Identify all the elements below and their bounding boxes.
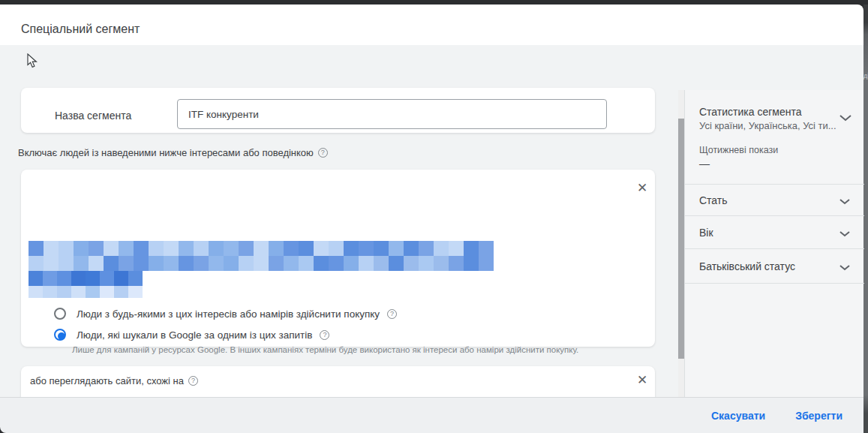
search-terms-redaction-cell — [128, 286, 143, 298]
search-terms-redaction-cell — [71, 286, 86, 298]
sidebar-divider — [685, 215, 864, 216]
weekly-impressions-value: — — [699, 158, 710, 170]
chevron-down-icon[interactable] — [839, 113, 852, 124]
search-terms-redaction-cell — [344, 241, 359, 256]
include-description-text: Включає людей із наведеними нижче інтере… — [18, 147, 314, 158]
search-terms-redaction-cell — [389, 256, 404, 271]
help-icon[interactable]: ? — [387, 309, 397, 319]
search-terms-redaction-cell — [29, 271, 43, 286]
radio-interests-label: Люди з будь-якими з цих інтересів або на… — [77, 308, 380, 320]
search-terms-redaction-cell — [86, 271, 100, 286]
close-icon[interactable]: ✕ — [634, 372, 650, 389]
search-terms-redaction-cell — [29, 256, 44, 271]
search-terms-redaction-cell — [59, 241, 74, 256]
search-terms-redaction-cell — [329, 256, 344, 271]
radio-search-terms-hint: Лише для кампаній у ресурсах Google. В і… — [72, 345, 578, 354]
search-terms-redaction-cell — [314, 241, 329, 256]
similar-sites-title: або переглядають сайти, схожі на — [30, 375, 184, 386]
custom-segment-dialog: ді Спеціальний сегмент Назва сегмента Вк… — [0, 0, 868, 433]
chevron-down-icon[interactable] — [839, 196, 851, 207]
search-terms-redaction-cell — [134, 256, 149, 271]
scrollbar-thumb[interactable] — [678, 119, 684, 359]
search-terms-redaction-cell — [74, 256, 89, 271]
search-terms-redaction-cell — [389, 241, 404, 256]
search-terms-redaction-cell — [239, 256, 254, 271]
search-terms-redaction-cell — [434, 241, 449, 256]
search-terms-redaction-cell — [89, 241, 104, 256]
search-terms-redaction-cell — [464, 241, 479, 256]
search-terms-redaction-cell — [299, 241, 314, 256]
search-terms-redaction-cell — [114, 271, 128, 286]
dialog-footer: Скасувати Зберегти — [0, 397, 863, 433]
search-terms-redaction-cell — [419, 241, 434, 256]
search-terms-redaction-cell — [44, 241, 59, 256]
search-terms-redaction-cell — [164, 256, 179, 271]
radio-selected-icon[interactable] — [54, 329, 66, 341]
background-text-fragment: ді — [863, 72, 868, 80]
accordion-gender-label: Стать — [699, 194, 728, 206]
dialog-body: Назва сегмента Включає людей із наведени… — [0, 45, 863, 397]
cancel-button[interactable]: Скасувати — [710, 405, 767, 426]
help-icon[interactable]: ? — [320, 330, 329, 340]
radio-row-search-terms[interactable]: Люди, які шукали в Google за одним із ци… — [54, 329, 329, 341]
search-terms-redaction-cell — [419, 256, 434, 271]
search-terms-redaction-cell — [254, 256, 269, 271]
search-terms-redaction-cell — [104, 256, 119, 271]
search-terms-redaction-cell — [104, 241, 119, 256]
search-terms-redaction-cell — [29, 286, 43, 298]
include-description-row: Включає людей із наведеними нижче інтере… — [18, 147, 328, 158]
search-terms-redaction-cell — [164, 241, 179, 256]
chevron-down-icon[interactable] — [839, 228, 851, 239]
search-terms-redaction-cell — [224, 256, 239, 271]
search-terms-redaction-cell — [119, 256, 134, 271]
search-terms-redaction-cell — [254, 241, 269, 256]
sidebar-divider — [685, 248, 864, 249]
stats-title: Статистика сегмента — [699, 106, 802, 118]
search-terms-redaction-cell — [57, 286, 71, 298]
help-icon[interactable]: ? — [318, 148, 328, 158]
search-terms-redaction-cell — [479, 241, 494, 256]
search-terms-redaction-cell — [314, 256, 329, 271]
radio-unselected-icon[interactable] — [54, 308, 66, 320]
chevron-down-icon[interactable] — [839, 262, 851, 273]
dialog-header: Спеціальний сегмент — [0, 5, 863, 45]
search-terms-redaction-cell — [86, 286, 100, 298]
close-icon[interactable]: ✕ — [634, 180, 650, 197]
search-terms-redaction-cell — [179, 256, 194, 271]
dialog-title: Спеціальний сегмент — [21, 23, 140, 36]
search-terms-redaction-cell — [149, 256, 164, 271]
search-terms-redaction-cell — [100, 286, 114, 298]
radio-row-interests[interactable]: Люди з будь-якими з цих інтересів або на… — [54, 308, 397, 320]
search-terms-redaction-cell — [284, 256, 299, 271]
search-terms-redaction-cell — [449, 241, 464, 256]
search-terms-redaction-cell — [299, 256, 314, 271]
search-terms-redaction-cell — [359, 241, 374, 256]
search-terms-redaction-cell — [374, 256, 389, 271]
search-terms-redaction-cell — [59, 256, 74, 271]
search-terms-redaction-cell — [119, 241, 134, 256]
search-terms-redaction-cell — [128, 271, 143, 286]
search-terms-redaction-cell — [57, 271, 71, 286]
search-terms-redaction-cell — [374, 241, 389, 256]
search-terms-redaction-cell — [114, 286, 128, 298]
sidebar-divider — [685, 283, 864, 284]
search-terms-redaction-cell — [344, 256, 359, 271]
search-terms-redaction-cell — [89, 256, 104, 271]
search-terms-redaction-cell — [29, 241, 44, 256]
segment-name-card: Назва сегмента — [21, 88, 655, 133]
help-icon[interactable]: ? — [188, 376, 198, 386]
stats-subtitle: Усі країни, Українська, Усі ти... — [699, 120, 836, 131]
search-terms-redaction-cell — [209, 241, 224, 256]
search-terms-redaction-cell — [194, 241, 209, 256]
segment-stats-sidebar: Статистика сегмента Усі країни, Українсь… — [684, 90, 863, 433]
search-terms-redaction-cell — [209, 256, 224, 271]
search-terms-redaction-cell — [269, 241, 284, 256]
search-terms-redaction-cell — [43, 286, 57, 298]
search-terms-redaction-cell — [134, 241, 149, 256]
search-terms-redaction-cell — [179, 241, 194, 256]
save-button[interactable]: Зберегти — [794, 405, 844, 426]
radio-search-terms-label: Люди, які шукали в Google за одним із ци… — [77, 329, 312, 341]
search-terms-redaction-cell — [329, 241, 344, 256]
segment-name-input[interactable] — [177, 99, 607, 129]
search-terms-redaction-cell — [71, 271, 86, 286]
